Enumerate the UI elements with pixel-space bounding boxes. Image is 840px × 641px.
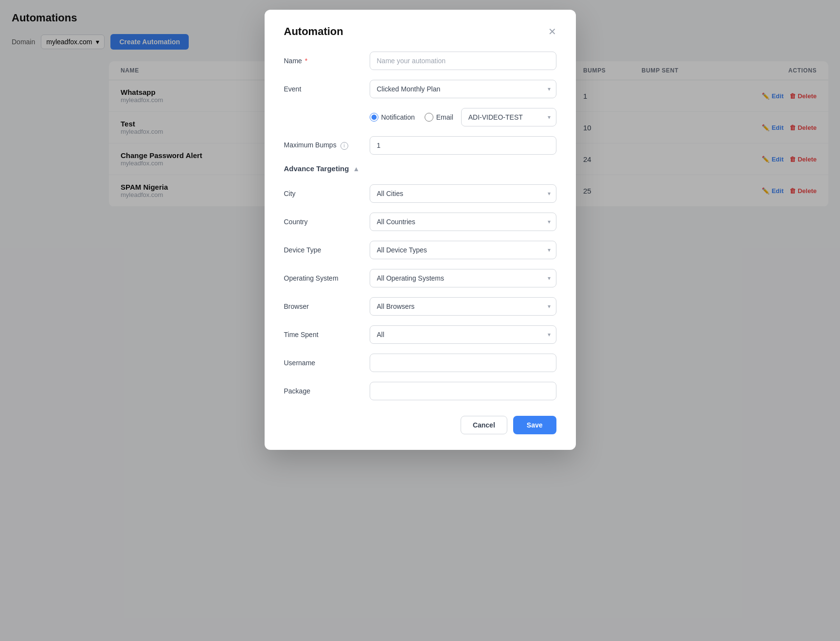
cancel-button[interactable]: Cancel — [461, 416, 507, 434]
notification-right: Notification Email ADI-VIDEO-TEST ▾ — [370, 108, 556, 126]
advance-targeting-row: Advance Targeting ▲ — [284, 164, 556, 173]
city-row: City All Cities ▾ — [284, 184, 556, 203]
device-type-row: Device Type All Device Types ▾ — [284, 241, 556, 259]
event-label: Event — [284, 85, 362, 93]
device-type-label: Device Type — [284, 246, 362, 254]
country-select-wrapper: All Countries ▾ — [370, 213, 556, 231]
username-label: Username — [284, 359, 362, 367]
email-radio[interactable] — [425, 113, 433, 122]
modal-header: Automation ✕ — [284, 25, 556, 38]
event-select-wrapper: Clicked Monthly Plan ▾ — [370, 80, 556, 98]
username-input[interactable] — [370, 354, 556, 372]
city-select[interactable]: All Cities — [370, 184, 556, 203]
os-select-wrapper: All Operating Systems ▾ — [370, 269, 556, 287]
name-row: Name * — [284, 52, 556, 70]
os-row: Operating System All Operating Systems ▾ — [284, 269, 556, 287]
os-label: Operating System — [284, 274, 362, 282]
time-spent-row: Time Spent All ▾ — [284, 325, 556, 344]
advance-targeting-label: Advance Targeting — [284, 164, 349, 173]
modal-footer: Cancel Save — [284, 416, 556, 434]
country-row: Country All Countries ▾ — [284, 213, 556, 231]
notification-radio-label: Notification — [381, 113, 415, 121]
username-row: Username — [284, 354, 556, 372]
browser-select-wrapper: All Browsers ▾ — [370, 297, 556, 316]
notification-email-row: Notification Email ADI-VIDEO-TEST ▾ — [284, 108, 556, 126]
city-label: City — [284, 190, 362, 197]
device-type-select[interactable]: All Device Types — [370, 241, 556, 259]
channel-select-wrapper: ADI-VIDEO-TEST ▾ — [461, 108, 556, 126]
city-select-wrapper: All Cities ▾ — [370, 184, 556, 203]
modal-overlay: Automation ✕ Name * Event Clicked Monthl… — [0, 0, 840, 641]
os-select[interactable]: All Operating Systems — [370, 269, 556, 287]
package-row: Package — [284, 382, 556, 400]
email-radio-item[interactable]: Email — [425, 113, 453, 122]
automation-modal: Automation ✕ Name * Event Clicked Monthl… — [265, 10, 576, 450]
notification-radio[interactable] — [370, 113, 378, 122]
notification-radio-item[interactable]: Notification — [370, 113, 415, 122]
event-row: Event Clicked Monthly Plan ▾ — [284, 80, 556, 98]
browser-row: Browser All Browsers ▾ — [284, 297, 556, 316]
device-type-select-wrapper: All Device Types ▾ — [370, 241, 556, 259]
max-bumps-input[interactable]: 1 — [370, 136, 556, 155]
max-bumps-label: Maximum Bumps i — [284, 141, 362, 150]
time-spent-select[interactable]: All — [370, 325, 556, 344]
name-input[interactable] — [370, 52, 556, 70]
advance-targeting-chevron-icon[interactable]: ▲ — [353, 165, 359, 173]
channel-radio-group: Notification Email — [370, 113, 453, 122]
name-label: Name * — [284, 57, 362, 65]
event-select[interactable]: Clicked Monthly Plan — [370, 80, 556, 98]
time-spent-label: Time Spent — [284, 331, 362, 338]
info-icon[interactable]: i — [340, 142, 348, 150]
browser-select[interactable]: All Browsers — [370, 297, 556, 316]
browser-label: Browser — [284, 303, 362, 310]
channel-select[interactable]: ADI-VIDEO-TEST — [461, 108, 556, 126]
save-button[interactable]: Save — [513, 416, 556, 434]
country-label: Country — [284, 218, 362, 226]
country-select[interactable]: All Countries — [370, 213, 556, 231]
email-radio-label: Email — [436, 113, 453, 121]
package-label: Package — [284, 387, 362, 395]
time-spent-select-wrapper: All ▾ — [370, 325, 556, 344]
package-input[interactable] — [370, 382, 556, 400]
close-button[interactable]: ✕ — [548, 27, 556, 36]
modal-title: Automation — [284, 25, 343, 38]
max-bumps-row: Maximum Bumps i 1 — [284, 136, 556, 155]
